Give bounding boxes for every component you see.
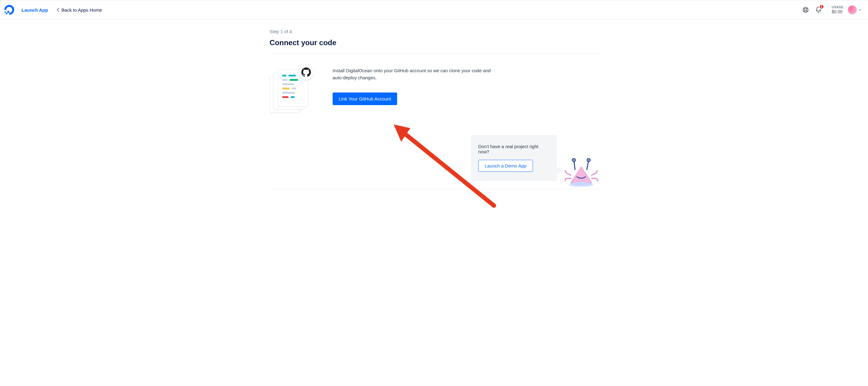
github-octocat-icon xyxy=(299,65,314,80)
connect-section: Install DigitalOcean onto your GitHub ac… xyxy=(270,54,598,127)
avatar xyxy=(848,5,857,14)
svg-line-7 xyxy=(804,11,805,12)
svg-point-9 xyxy=(305,72,305,72)
link-github-button[interactable]: Link Your GitHub Account xyxy=(333,93,397,105)
usage-block[interactable]: USAGE $0.00 xyxy=(832,5,843,14)
speech-bubble-tail xyxy=(555,166,564,174)
top-bar: Launch App Back to Apps Home 1 USAGE $0.… xyxy=(0,0,868,20)
back-to-apps-label: Back to Apps Home xyxy=(61,7,102,12)
demo-panel: Don't have a real project right now? Lau… xyxy=(471,135,598,189)
header-icons: 1 USAGE $0.00 xyxy=(801,5,862,14)
launch-app-link[interactable]: Launch App xyxy=(22,7,48,12)
svg-line-6 xyxy=(807,8,807,9)
usage-label: USAGE xyxy=(832,5,843,9)
svg-marker-19 xyxy=(571,167,592,183)
support-icon[interactable] xyxy=(801,5,810,14)
svg-rect-1 xyxy=(6,13,7,14)
chevron-down-icon xyxy=(858,8,862,12)
svg-rect-0 xyxy=(7,11,9,13)
chevron-left-icon xyxy=(57,7,60,12)
back-to-apps-link[interactable]: Back to Apps Home xyxy=(57,7,102,12)
svg-line-5 xyxy=(804,8,805,9)
svg-point-10 xyxy=(307,72,308,72)
wizard-page: Step 1 of 4 Connect your code Ins xyxy=(270,20,598,214)
connect-description: Install DigitalOcean onto your GitHub ac… xyxy=(333,67,499,82)
demo-prompt: Don't have a real project right now? xyxy=(478,144,550,154)
header-divider xyxy=(827,5,828,14)
digitalocean-logo-icon xyxy=(4,5,14,15)
divider-bottom xyxy=(270,189,598,189)
svg-point-18 xyxy=(588,160,589,161)
connect-copy: Install DigitalOcean onto your GitHub ac… xyxy=(333,66,499,105)
svg-rect-2 xyxy=(5,12,6,13)
notifications-badge: 1 xyxy=(819,4,824,9)
usage-value: $0.00 xyxy=(832,9,843,14)
account-menu[interactable] xyxy=(848,5,862,14)
digitalocean-logo[interactable] xyxy=(3,4,16,16)
svg-point-17 xyxy=(573,160,575,161)
notifications-icon[interactable]: 1 xyxy=(814,5,823,14)
svg-line-8 xyxy=(807,11,807,12)
svg-marker-12 xyxy=(394,125,410,142)
svg-point-4 xyxy=(804,9,807,11)
step-indicator: Step 1 of 4 xyxy=(270,29,598,34)
mascot-icon xyxy=(565,158,598,189)
page-title: Connect your code xyxy=(270,38,598,47)
code-illustration xyxy=(270,66,316,119)
svg-point-21 xyxy=(571,182,592,186)
launch-demo-button[interactable]: Launch a Demo App xyxy=(478,160,533,172)
